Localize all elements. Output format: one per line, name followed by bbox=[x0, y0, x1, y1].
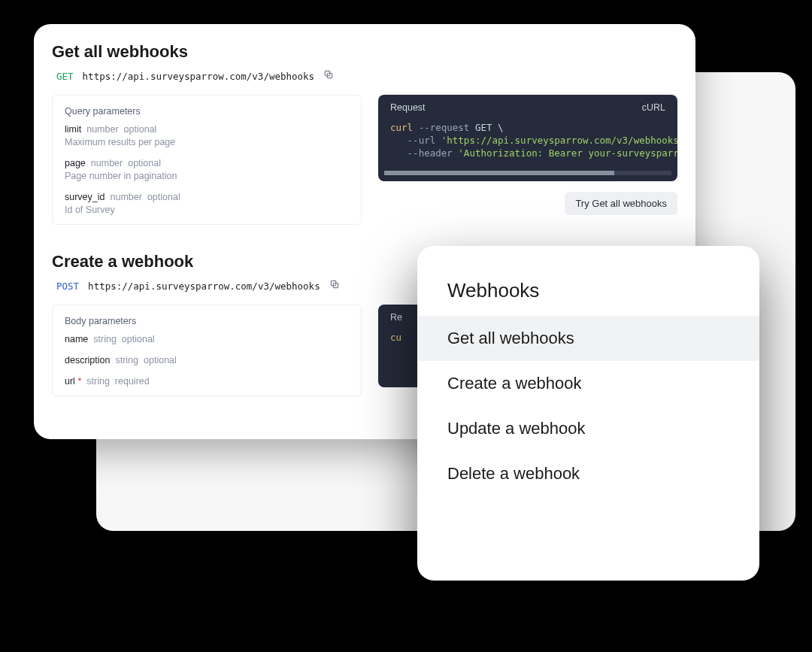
param-required: required bbox=[115, 376, 150, 387]
http-method-badge: GET bbox=[56, 71, 74, 82]
code-token: GET \ bbox=[475, 122, 504, 133]
param-required: optional bbox=[147, 192, 180, 202]
section-get-all-webhooks: Get all webhooks GET https://api.surveys… bbox=[52, 42, 677, 225]
request-language[interactable]: cURL bbox=[642, 102, 665, 113]
code-body: curl --request GET \ --url 'https bbox=[378, 122, 677, 171]
code-token: 'https://api.surveysparrow.com/v3/webhoo… bbox=[441, 135, 677, 146]
param-description: Id of Survey bbox=[65, 205, 349, 215]
try-endpoint-button[interactable]: Try Get all webhooks bbox=[565, 192, 677, 215]
param-description: Page number in pagination bbox=[65, 171, 349, 181]
request-label: Request bbox=[390, 102, 426, 113]
nav-heading: Webhooks bbox=[417, 279, 759, 316]
param-required: optional bbox=[124, 124, 157, 135]
param-page: page number optional Page number in pagi… bbox=[65, 158, 349, 181]
param-required: optional bbox=[128, 158, 161, 168]
param-description: Maximum results per page bbox=[65, 137, 349, 147]
code-token: --header bbox=[408, 147, 453, 159]
nav-item-get-all-webhooks[interactable]: Get all webhooks bbox=[417, 316, 759, 361]
nav-item-update-webhook[interactable]: Update a webhook bbox=[417, 406, 759, 451]
param-type: string bbox=[86, 376, 110, 387]
copy-icon[interactable] bbox=[329, 279, 340, 293]
required-asterisk-icon: * bbox=[77, 376, 81, 387]
param-limit: limit number optional Maximum results pe… bbox=[65, 124, 349, 147]
param-type: string bbox=[115, 355, 138, 365]
param-type: number bbox=[86, 124, 118, 135]
section-title: Get all webhooks bbox=[52, 42, 677, 62]
params-title: Query parameters bbox=[65, 106, 349, 117]
param-required: optional bbox=[122, 334, 155, 344]
code-token: --request bbox=[419, 122, 470, 133]
nav-item-create-webhook[interactable]: Create a webhook bbox=[417, 361, 759, 406]
params-title: Body parameters bbox=[65, 316, 349, 326]
param-survey-id: survey_id number optional Id of Survey bbox=[65, 192, 349, 215]
code-token: 'Authorization: Bearer your-surveysparro… bbox=[458, 147, 677, 159]
request-label: Re bbox=[390, 312, 402, 323]
endpoint-row: GET https://api.surveysparrow.com/v3/web… bbox=[56, 69, 677, 83]
param-name: url * bbox=[65, 376, 81, 387]
http-method-badge: POST bbox=[56, 281, 79, 292]
param-name: limit bbox=[65, 124, 81, 135]
body-parameters-box: Body parameters name string optional des… bbox=[52, 305, 362, 396]
param-description: description string optional bbox=[65, 355, 349, 365]
endpoint-url: https://api.surveysparrow.com/v3/webhook… bbox=[83, 71, 315, 82]
horizontal-scrollbar[interactable] bbox=[384, 171, 671, 175]
query-parameters-box: Query parameters limit number optional M… bbox=[52, 95, 362, 225]
param-url: url * string required bbox=[65, 376, 349, 387]
nav-card: Webhooks Get all webhooks Create a webho… bbox=[417, 246, 759, 581]
param-name: description bbox=[65, 355, 110, 365]
param-name: page bbox=[65, 158, 86, 168]
param-required: optional bbox=[144, 355, 177, 365]
endpoint-url: https://api.surveysparrow.com/v3/webhook… bbox=[88, 281, 320, 292]
code-token: curl bbox=[390, 122, 413, 133]
param-type: number bbox=[111, 192, 142, 202]
param-type: string bbox=[93, 334, 117, 344]
param-name: survey_id bbox=[65, 192, 105, 202]
param-name: name string optional bbox=[65, 334, 349, 344]
nav-item-delete-webhook[interactable]: Delete a webhook bbox=[417, 451, 759, 496]
request-code-box: Request cURL curl --request GET \ bbox=[378, 95, 677, 181]
param-type: number bbox=[91, 158, 123, 168]
code-token: cu bbox=[390, 332, 401, 343]
code-token: --url bbox=[408, 135, 436, 146]
copy-icon[interactable] bbox=[323, 69, 334, 83]
param-name: name bbox=[65, 334, 88, 344]
